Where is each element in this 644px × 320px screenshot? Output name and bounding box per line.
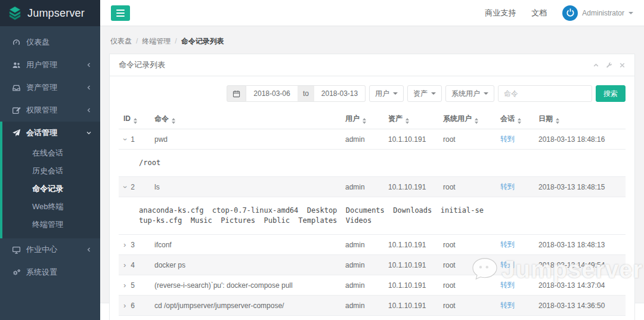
sort-icon[interactable] xyxy=(556,118,559,124)
cell-id: ›6 xyxy=(119,296,150,316)
asset-filter-dropdown[interactable]: 资产 xyxy=(407,85,442,102)
expand-row-icon[interactable]: › xyxy=(123,302,126,309)
dashboard-icon xyxy=(12,38,21,47)
command-output-text: /root xyxy=(139,158,621,168)
row-id: 2 xyxy=(131,183,135,191)
cell-asset: 10.1.10.191 xyxy=(383,275,438,296)
filter-dropdowns: 用户资产系统用户 xyxy=(369,85,494,102)
cell-date: 2018-03-13 18:48:15 xyxy=(534,177,626,197)
sidebar-item-permissions[interactable]: 权限管理 xyxy=(0,99,100,122)
sidebar-item-settings[interactable]: 系统设置 xyxy=(0,261,100,284)
sort-icon[interactable] xyxy=(363,118,366,124)
menu-toggle-button[interactable] xyxy=(111,5,130,21)
cell-user: admin xyxy=(340,275,383,296)
app-root: Jumpserver 仪表盘用户管理资产管理权限管理会话管理在线会话历史会话命令… xyxy=(0,0,644,320)
sort-desc-icon xyxy=(518,122,521,124)
cell-id: ›2 xyxy=(119,177,150,197)
row-id: 3 xyxy=(131,241,135,249)
cell-user: admin xyxy=(340,316,383,320)
cell-session: 转到 xyxy=(496,275,534,296)
cell-date: 2018-03-13 14:36:45 xyxy=(534,316,626,320)
sidebar-item-assets[interactable]: 资产管理 xyxy=(0,76,100,99)
goto-session-link[interactable]: 转到 xyxy=(500,182,515,191)
table-row[interactable]: ›6cd /opt/jumpserver/jumpserver-compose/… xyxy=(119,296,626,316)
brand-name: Jumpserver xyxy=(27,7,85,20)
sidebar-subitem-terminal-management[interactable]: 终端管理 xyxy=(2,216,100,234)
cell-asset: 10.1.10.191 xyxy=(383,177,438,197)
sort-asc-icon xyxy=(518,118,521,120)
sidebar-item-link-settings[interactable]: 系统设置 xyxy=(2,261,100,284)
cell-system-user: root xyxy=(438,177,496,197)
cell-command: docker ps xyxy=(150,255,340,275)
sidebar-subitem-online-sessions[interactable]: 在线会话 xyxy=(2,144,100,162)
search-button[interactable]: 搜索 xyxy=(596,85,626,102)
sort-asc-icon xyxy=(475,118,478,120)
row-id: 5 xyxy=(131,281,135,290)
cell-date: 2018-03-13 14:37:04 xyxy=(534,275,626,296)
cell-id: ›7 xyxy=(119,316,150,320)
user-filter-dropdown[interactable]: 用户 xyxy=(369,85,404,102)
sidebar-item-users[interactable]: 用户管理 xyxy=(0,54,100,76)
goto-session-link[interactable]: 转到 xyxy=(500,135,515,143)
table-row[interactable]: ›1pwdadmin10.1.10.191root转到2018-03-13 18… xyxy=(119,129,626,150)
date-to-input[interactable] xyxy=(314,85,366,102)
cell-user: admin xyxy=(340,177,383,197)
table-row[interactable]: ›5(reverse-i-search)`pu': docker-compose… xyxy=(119,275,626,296)
sidebar-item-link-sessions[interactable]: 会话管理 xyxy=(2,122,100,144)
cell-command: (reverse-i-search)`pu': docker-compose p… xyxy=(150,275,340,296)
sidebar-item-jobs[interactable]: 作业中心 xyxy=(0,238,100,261)
date-from-input[interactable] xyxy=(246,85,298,102)
users-icon xyxy=(12,61,21,70)
table-row[interactable]: ›3ifconfadmin10.1.10.191root转到2018-03-13… xyxy=(119,235,626,255)
system-user-filter-dropdown[interactable]: 系统用户 xyxy=(445,85,494,102)
sidebar-item-link-jobs[interactable]: 作业中心 xyxy=(2,238,100,261)
chevron-down-icon xyxy=(431,92,436,95)
sidebar-item-sessions[interactable]: 会话管理在线会话历史会话命令记录Web终端终端管理 xyxy=(0,122,100,238)
settings-icon xyxy=(12,268,21,277)
table-body: ›1pwdadmin10.1.10.191root转到2018-03-13 18… xyxy=(119,129,626,320)
sort-icon[interactable] xyxy=(518,118,521,124)
sidebar-item-label: 会话管理 xyxy=(26,128,57,138)
goto-session-link[interactable]: 转到 xyxy=(500,240,515,248)
breadcrumb-item[interactable]: 仪表盘 xyxy=(110,37,132,45)
collapse-row-icon[interactable]: › xyxy=(122,185,129,188)
expand-row-icon[interactable]: › xyxy=(123,241,126,248)
topbar-link-support[interactable]: 商业支持 xyxy=(485,8,516,18)
breadcrumb-item[interactable]: 终端管理 xyxy=(142,37,171,45)
collapse-panel-icon[interactable] xyxy=(593,62,599,69)
expand-row-icon[interactable]: › xyxy=(123,281,126,289)
sort-icon[interactable] xyxy=(172,118,175,124)
sidebar-item-dashboard[interactable]: 仪表盘 xyxy=(0,31,100,54)
cell-asset: 10.1.10.191 xyxy=(383,296,438,316)
collapse-row-icon[interactable]: › xyxy=(122,138,129,140)
user-menu[interactable]: Administrator xyxy=(562,5,633,21)
close-panel-icon[interactable] xyxy=(619,62,626,69)
goto-session-link[interactable]: 转到 xyxy=(500,281,515,289)
sidebar-item-link-permissions[interactable]: 权限管理 xyxy=(2,99,100,122)
goto-session-link[interactable]: 转到 xyxy=(500,301,515,309)
topbar-right: 商业支持 文档 Administrator xyxy=(485,5,633,21)
sort-icon[interactable] xyxy=(475,118,478,124)
cell-id: ›1 xyxy=(119,129,150,150)
sidebar-subitem-command-records[interactable]: 命令记录 xyxy=(2,180,100,198)
topbar-link-docs[interactable]: 文档 xyxy=(531,8,547,18)
expand-row-icon[interactable]: › xyxy=(123,261,126,269)
cell-asset: 10.1.10.191 xyxy=(383,129,438,150)
chevron-down-icon xyxy=(86,130,92,136)
sidebar-subitem-history-sessions[interactable]: 历史会话 xyxy=(2,162,100,180)
sidebar-item-link-dashboard[interactable]: 仪表盘 xyxy=(2,31,100,54)
wrench-icon[interactable] xyxy=(606,62,612,69)
table-row[interactable]: ›2lsadmin10.1.10.191root转到2018-03-13 18:… xyxy=(119,177,626,197)
brand-logo[interactable]: Jumpserver xyxy=(0,0,100,26)
goto-session-link[interactable]: 转到 xyxy=(500,260,515,269)
table-row[interactable]: ›4docker psadmin10.1.10.191root转到2018-03… xyxy=(119,255,626,275)
cell-command: ifconf xyxy=(150,235,340,255)
table-row[interactable]: ›7lsadmin10.1.10.191root转到2018-03-13 14:… xyxy=(119,316,626,320)
sort-icon[interactable] xyxy=(405,118,409,124)
sidebar-item-link-users[interactable]: 用户管理 xyxy=(2,54,100,76)
cell-command: ls xyxy=(150,177,340,197)
command-search-input[interactable] xyxy=(498,85,592,102)
sort-icon[interactable] xyxy=(134,118,137,124)
sidebar-item-link-assets[interactable]: 资产管理 xyxy=(2,76,100,99)
sidebar-subitem-web-terminal[interactable]: Web终端 xyxy=(2,198,100,216)
